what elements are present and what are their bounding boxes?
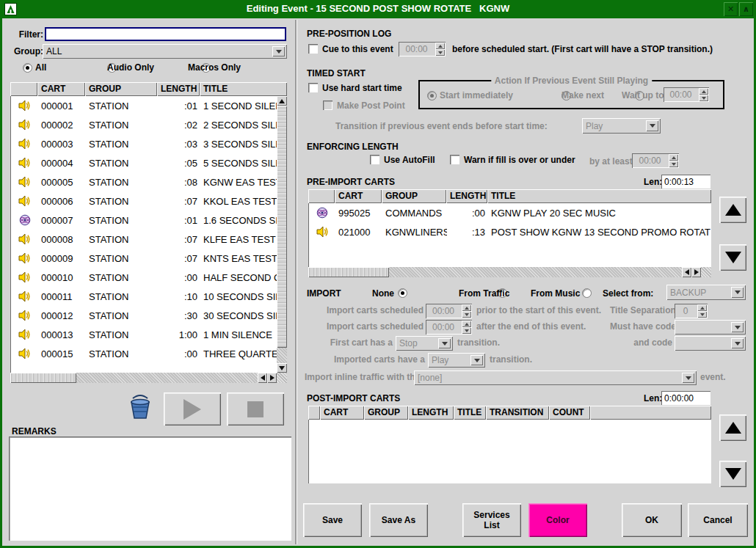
post-import-move-down-button[interactable] (719, 461, 746, 487)
radio-from-music[interactable] (582, 288, 592, 298)
column-header-length[interactable]: LENGTH (408, 406, 454, 420)
column-header-title[interactable]: TITLE (200, 82, 287, 96)
radio-all[interactable] (23, 63, 32, 73)
column-header-icon[interactable] (308, 189, 335, 203)
post-import-move-up-button[interactable] (719, 414, 746, 441)
cart-row[interactable]: 000009STATION:07KNTS EAS TEST IN (11, 249, 277, 268)
radio-import-none[interactable] (398, 288, 407, 298)
imported-transition-select[interactable]: Play (428, 353, 485, 368)
cart-row[interactable]: 000001STATION:011 SECOND SILEN (11, 96, 277, 115)
spin-up-icon[interactable] (669, 154, 678, 161)
scroll-right-icon[interactable] (267, 373, 277, 383)
spin-down-icon[interactable] (462, 327, 471, 334)
column-header-group[interactable]: GROUP (85, 82, 157, 96)
cart-row[interactable]: 995025COMMANDS:00KGNW PLAY 20 SEC MUSIC (309, 203, 710, 222)
pre-import-move-down-button[interactable] (719, 244, 746, 271)
use-hard-start-checkbox[interactable] (308, 83, 318, 92)
spin-down-icon[interactable] (699, 95, 708, 101)
cart-row[interactable]: 000004STATION:055 SECONDS SILEI (11, 153, 277, 172)
spin-up-icon[interactable] (462, 304, 471, 311)
cancel-button[interactable]: Cancel (688, 503, 748, 537)
pre-import-hscrollbar[interactable] (308, 267, 701, 277)
stop-button[interactable] (227, 392, 284, 425)
titlebar[interactable]: Editing Event - 15 SECOND POST SHOW ROTA… (0, 0, 756, 18)
cue-to-event-checkbox[interactable] (308, 44, 318, 54)
filter-input[interactable] (45, 27, 286, 41)
scroll-left-icon[interactable] (258, 373, 267, 383)
cart-row[interactable]: 000003STATION:033 SECONDS SILEI (11, 134, 277, 153)
cart-row[interactable]: 000008STATION:07KLFE EAS TEST IN (11, 230, 277, 249)
shade-icon[interactable]: ∧ (739, 2, 753, 16)
cart-row[interactable]: 000012STATION:3030 SECONDS SILE (11, 306, 277, 325)
scroll-up-icon[interactable] (277, 96, 287, 106)
spin-up-icon[interactable] (699, 88, 708, 95)
radio-start-immediately[interactable] (427, 91, 437, 101)
horizontal-scrollbar-thumb[interactable] (308, 267, 389, 277)
services-list-button[interactable]: Services List (462, 503, 521, 537)
column-header-group[interactable]: GROUP (382, 189, 446, 203)
spin-down-icon[interactable] (697, 311, 707, 318)
cart-row[interactable]: 021000KGNWLINERS:13POST SHOW KGNW 13 SEC… (309, 222, 710, 241)
first-cart-transition-select[interactable]: Stop (396, 336, 453, 351)
play-button[interactable] (164, 392, 221, 425)
cart-library-table[interactable]: CART GROUP LENGTH TITLE 000001STATION:01… (10, 82, 287, 383)
horizontal-scrollbar[interactable] (10, 373, 277, 383)
spin-down-icon[interactable] (462, 311, 471, 318)
by-at-least-spinbox[interactable]: 00:00 (632, 153, 679, 168)
cart-row[interactable]: 000002STATION:022 SECONDS SILEI (11, 115, 277, 134)
cue-time-spinbox[interactable]: 00:00 (399, 42, 446, 56)
spin-up-icon[interactable] (697, 304, 707, 311)
spin-up-icon[interactable] (462, 321, 471, 327)
column-header-cart[interactable]: CART (320, 406, 364, 420)
spin-up-icon[interactable] (435, 43, 445, 49)
wait-time-spinbox[interactable]: 00:00 (664, 87, 709, 102)
pre-import-table[interactable]: CART GROUP LENGTH TITLE 995025COMMANDS:0… (308, 189, 711, 277)
inline-traffic-select[interactable]: [none] (414, 370, 697, 385)
column-header-length[interactable]: LENGTH (446, 189, 487, 203)
column-header-transition[interactable]: TRANSITION (486, 406, 549, 420)
cart-row[interactable]: 000006STATION:07KKOL EAS TEST IN (11, 191, 277, 211)
column-header-icon[interactable] (308, 406, 320, 420)
group-select[interactable]: ALL (43, 44, 287, 59)
must-have-code-select[interactable] (675, 320, 746, 335)
sched-after-spinbox[interactable]: 00:00 (426, 320, 472, 335)
cart-row[interactable]: 000005STATION:08KGNW EAS TEST (11, 172, 277, 191)
column-header-cart[interactable]: CART (335, 189, 382, 203)
column-header-icon[interactable] (10, 82, 37, 96)
ok-button[interactable]: OK (622, 503, 682, 537)
remarks-textarea[interactable] (9, 436, 291, 541)
column-header-group[interactable]: GROUP (364, 406, 408, 420)
scroll-right-icon[interactable] (691, 267, 701, 277)
scroll-down-icon[interactable] (277, 363, 287, 373)
close-icon[interactable]: ✕ (724, 2, 738, 16)
color-button[interactable]: Color (528, 503, 587, 537)
post-import-table[interactable]: CART GROUP LENGTH TITLE TRANSITION COUNT (308, 406, 711, 483)
vertical-scrollbar[interactable] (277, 96, 287, 373)
and-code-select[interactable] (675, 336, 746, 351)
title-separation-spinbox[interactable]: 0 (675, 304, 708, 318)
delete-bucket-icon[interactable] (128, 394, 152, 420)
cart-row[interactable]: 000010STATION:00HALF SECOND OF (11, 268, 277, 287)
cart-row[interactable]: 000015STATION:00THREE QUARTER (11, 344, 277, 363)
save-as-button[interactable]: Save As (369, 503, 428, 537)
column-header-title[interactable]: TITLE (487, 189, 711, 203)
sched-prior-spinbox[interactable]: 00:00 (426, 304, 472, 318)
use-autofill-checkbox[interactable] (370, 155, 379, 164)
spin-down-icon[interactable] (669, 161, 678, 167)
cart-row[interactable]: 000013STATION1:001 MIN SILENCE (11, 325, 277, 344)
warn-fill-checkbox[interactable] (450, 155, 459, 164)
column-header-title[interactable]: TITLE (454, 406, 486, 420)
horizontal-scrollbar-thumb[interactable] (10, 373, 76, 383)
cart-row[interactable]: 000007STATION:011.6 SECONDS SIL (11, 211, 277, 230)
column-header-length[interactable]: LENGTH (157, 82, 200, 96)
scroll-left-icon[interactable] (682, 267, 691, 277)
column-header-cart[interactable]: CART (37, 82, 85, 96)
column-header-count[interactable]: COUNT (549, 406, 590, 420)
transition-select[interactable]: Play (582, 118, 661, 134)
cart-row[interactable]: 000011STATION:1010 SECONDS SILE (11, 287, 277, 306)
spin-down-icon[interactable] (435, 49, 445, 56)
vertical-scrollbar-thumb[interactable] (277, 106, 287, 348)
save-button[interactable]: Save (303, 503, 362, 537)
pre-import-move-up-button[interactable] (719, 197, 746, 223)
make-post-point-checkbox[interactable] (323, 101, 332, 110)
